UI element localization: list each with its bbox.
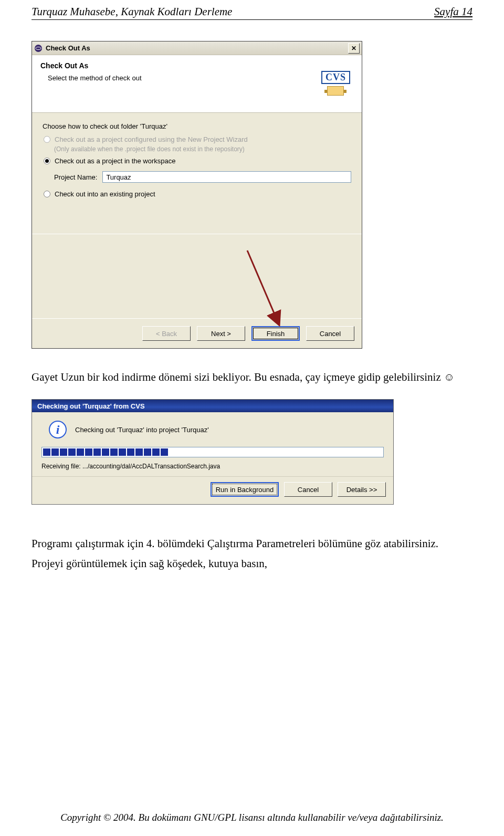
document-header: Turquaz Muhasebe, Kaynak Kodları Derleme…	[32, 5, 472, 20]
paragraph-2: Programı çalıştırmak için 4. bölümdeki Ç…	[32, 536, 472, 551]
progress-segment	[119, 448, 126, 456]
checkout-dialog: Check Out As ✕ Check Out As Select the m…	[32, 41, 362, 349]
banner-title: Check Out As	[40, 61, 142, 70]
progress-segment	[152, 448, 160, 456]
progress-segment	[77, 448, 84, 456]
project-name-input[interactable]	[102, 171, 351, 183]
progress-segment	[102, 448, 109, 456]
document-footer: Copyright © 2004. Bu dokümanı GNU/GPL li…	[0, 812, 504, 823]
progress-segment	[51, 448, 59, 456]
details-button[interactable]: Details >>	[338, 482, 386, 497]
next-button[interactable]: Next >	[197, 326, 245, 341]
finish-button[interactable]: Finish	[251, 326, 300, 341]
header-page: Sayfa 14	[434, 5, 472, 18]
progress-cancel-button[interactable]: Cancel	[284, 482, 332, 497]
progress-dialog: Checking out 'Turquaz' from CVS i Checki…	[32, 399, 394, 505]
cvs-logo-icon: CVS	[321, 71, 350, 96]
progress-bar	[41, 447, 384, 457]
radio-icon	[44, 136, 50, 143]
progress-segment	[161, 448, 168, 456]
cancel-button[interactable]: Cancel	[306, 326, 354, 341]
banner-subtitle: Select the method of check out	[48, 74, 142, 82]
connector-icon	[327, 86, 344, 96]
progress-segment	[93, 448, 101, 456]
close-icon[interactable]: ✕	[348, 43, 360, 54]
progress-segment	[85, 448, 92, 456]
run-background-button[interactable]: Run in Background	[211, 482, 279, 497]
radio-wizard-label: Check out as a project configured using …	[55, 135, 248, 143]
progress-segment	[60, 448, 67, 456]
cvs-text: CVS	[321, 71, 350, 84]
paragraph-3: Projeyi görüntülemek için sağ köşedek, k…	[32, 557, 472, 570]
dialog-button-bar: < Back Next > Finish Cancel	[32, 319, 362, 348]
progress-segment	[68, 448, 76, 456]
info-icon: i	[49, 421, 67, 438]
progress-segment	[135, 448, 143, 456]
back-button: < Back	[142, 326, 191, 341]
radio-icon	[44, 191, 50, 197]
progress-segment	[127, 448, 134, 456]
progress-segment	[110, 448, 118, 456]
header-left: Turquaz Muhasebe, Kaynak Kodları Derleme	[32, 5, 232, 18]
radio-wizard-note: (Only available when the .project file d…	[54, 145, 351, 153]
radio-icon	[44, 158, 50, 164]
dialog-title: Check Out As	[46, 44, 348, 52]
project-name-label: Project Name:	[54, 173, 97, 181]
progress-button-bar: Run in Background Cancel Details >>	[32, 476, 393, 504]
titlebar: Check Out As ✕	[32, 41, 362, 55]
eclipse-icon	[34, 44, 43, 53]
radio-wizard: Check out as a project configured using …	[44, 135, 351, 143]
choose-label: Choose how to check out folder 'Turquaz'	[43, 122, 351, 130]
radio-workspace-label: Check out as a project in the workspace	[55, 157, 176, 165]
radio-existing-label: Check out into an existing project	[55, 190, 155, 198]
progress-message: Checking out 'Turquaz' into project 'Tur…	[75, 426, 209, 434]
progress-segment	[144, 448, 151, 456]
radio-workspace[interactable]: Check out as a project in the workspace	[44, 157, 351, 165]
progress-titlebar: Checking out 'Turquaz' from CVS	[32, 400, 393, 412]
paragraph-1: Gayet Uzun bir kod indirme dönemi sizi b…	[32, 370, 472, 384]
radio-existing[interactable]: Check out into an existing project	[44, 190, 351, 198]
progress-segment	[43, 448, 50, 456]
dialog-banner: Check Out As Select the method of check …	[32, 55, 362, 113]
receiving-label: Receiving file: .../accounting/dal/AccDA…	[41, 463, 384, 470]
